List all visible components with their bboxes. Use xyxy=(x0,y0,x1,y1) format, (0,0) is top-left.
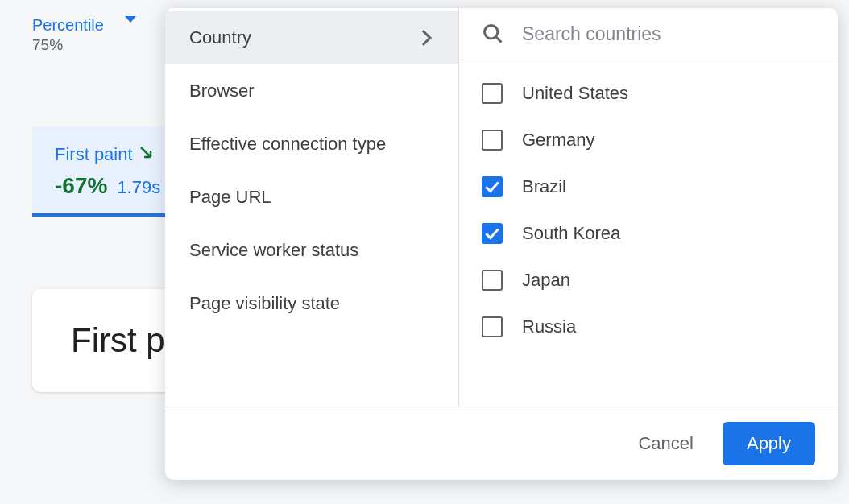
svg-line-1 xyxy=(496,37,502,43)
dimension-label: Service worker status xyxy=(189,240,358,261)
percentile-label: Percentile xyxy=(32,16,104,35)
metric-percent: -67% xyxy=(55,173,107,199)
values-panel: United StatesGermanyBrazilSouth KoreaJap… xyxy=(459,8,838,407)
metric-title-text: First paint xyxy=(55,144,133,165)
checkbox-item[interactable]: Russia xyxy=(459,304,838,350)
panel-footer: Cancel Apply xyxy=(165,407,838,480)
metric-time: 1.79s xyxy=(117,177,160,198)
checkbox-icon xyxy=(482,223,503,244)
dimension-item[interactable]: Page visibility state xyxy=(165,277,458,330)
search-input[interactable] xyxy=(522,23,815,45)
dimension-label: Page visibility state xyxy=(189,293,340,314)
trend-down-icon xyxy=(139,144,154,165)
checkbox-item[interactable]: Brazil xyxy=(459,163,838,210)
dimension-item[interactable]: Service worker status xyxy=(165,224,458,277)
dimension-label: Country xyxy=(189,27,251,48)
checkbox-icon xyxy=(482,176,503,197)
dimension-item[interactable]: Browser xyxy=(165,64,458,118)
detail-title: First p xyxy=(71,321,165,360)
checkbox-item[interactable]: South Korea xyxy=(459,210,838,257)
percentile-selector[interactable]: Percentile 75% xyxy=(32,16,136,54)
dimension-item[interactable]: Effective connection type xyxy=(165,118,458,171)
checkbox-item[interactable]: Japan xyxy=(459,257,838,304)
checkbox-item[interactable]: United States xyxy=(459,70,838,117)
checkbox-icon xyxy=(482,83,503,104)
dimension-item[interactable]: Country xyxy=(165,11,458,64)
dimension-label: Effective connection type xyxy=(189,134,386,155)
checkbox-icon xyxy=(482,130,503,151)
dimension-label: Page URL xyxy=(189,187,271,208)
filter-dropdown-panel: CountryBrowserEffective connection typeP… xyxy=(165,8,838,480)
search-icon xyxy=(482,23,504,45)
dimension-item[interactable]: Page URL xyxy=(165,171,458,224)
dimension-label: Browser xyxy=(189,81,255,101)
percentile-value: 75% xyxy=(32,36,104,54)
checkbox-label: South Korea xyxy=(522,223,620,244)
dimension-list: CountryBrowserEffective connection typeP… xyxy=(165,8,459,407)
checkbox-label: Japan xyxy=(522,270,570,291)
search-row xyxy=(459,8,838,60)
checkbox-icon xyxy=(482,270,503,291)
dropdown-arrow-icon xyxy=(125,23,136,41)
checkbox-item[interactable]: Germany xyxy=(459,117,838,163)
checkbox-label: Germany xyxy=(522,130,594,151)
cancel-button[interactable]: Cancel xyxy=(638,433,693,454)
checkbox-icon xyxy=(482,316,503,337)
apply-button[interactable]: Apply xyxy=(723,422,815,465)
checkbox-label: Russia xyxy=(522,316,576,337)
chevron-right-icon xyxy=(416,30,432,46)
panel-body: CountryBrowserEffective connection typeP… xyxy=(165,8,838,407)
checkbox-label: United States xyxy=(522,83,628,104)
checkbox-label: Brazil xyxy=(522,176,566,197)
checkbox-list: United StatesGermanyBrazilSouth KoreaJap… xyxy=(459,60,838,407)
svg-point-0 xyxy=(485,26,498,39)
